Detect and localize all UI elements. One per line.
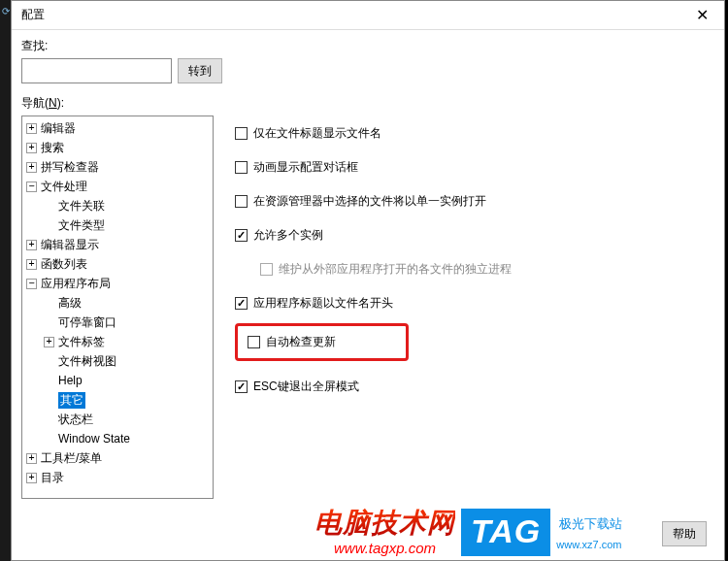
checkbox[interactable] <box>235 195 248 208</box>
option-label: 在资源管理器中选择的文件将以单一实例打开 <box>253 193 486 210</box>
option-label: 仅在文件标题显示文件名 <box>253 125 381 142</box>
option-row: 动画显示配置对话框 <box>235 159 705 176</box>
nav-tree[interactable]: +编辑器+搜索+拼写检查器−文件处理文件关联文件类型+编辑器显示+函数列表−应用… <box>21 116 214 499</box>
tree-item[interactable]: +拼写检查器 <box>22 157 213 177</box>
close-icon[interactable]: ✕ <box>687 6 716 24</box>
checkbox[interactable] <box>235 380 248 393</box>
tree-item[interactable]: +目录 <box>22 468 213 487</box>
tree-item[interactable]: 其它 <box>22 390 213 410</box>
collapse-icon[interactable]: − <box>26 279 37 289</box>
expand-icon[interactable]: + <box>26 123 37 134</box>
expand-icon[interactable]: + <box>26 143 37 153</box>
expand-icon[interactable]: + <box>26 453 37 464</box>
checkbox[interactable] <box>235 127 248 140</box>
checkbox[interactable] <box>235 229 248 242</box>
main-area: +编辑器+搜索+拼写检查器−文件处理文件关联文件类型+编辑器显示+函数列表−应用… <box>21 116 714 550</box>
tree-item-label: 函数列表 <box>41 256 87 273</box>
help-button[interactable]: 帮助 <box>662 521 707 546</box>
config-dialog: 配置 ✕ 查找: 转到 导航(N): +编辑器+搜索+拼写检查器−文件处理文件关… <box>11 0 725 561</box>
tree-item-label: Help <box>58 374 83 387</box>
tree-item[interactable]: +编辑器显示 <box>22 235 213 254</box>
goto-button[interactable]: 转到 <box>178 58 222 83</box>
tree-item[interactable]: 文件类型 <box>22 215 213 235</box>
tree-item[interactable]: +函数列表 <box>22 254 213 274</box>
tree-item[interactable]: +搜索 <box>22 138 213 157</box>
tree-item[interactable]: +工具栏/菜单 <box>22 448 213 468</box>
tree-item[interactable]: 高级 <box>22 293 213 313</box>
collapse-icon[interactable]: − <box>26 182 37 192</box>
option-label: 维护从外部应用程序打开的各文件的独立进程 <box>279 261 512 278</box>
expand-icon[interactable]: + <box>44 337 54 347</box>
checkbox[interactable] <box>235 161 248 174</box>
checkbox[interactable] <box>235 297 248 310</box>
tree-item-label: 编辑器显示 <box>41 237 99 253</box>
tree-item-label: 其它 <box>58 392 85 409</box>
watermark-text: 电脑技术网 www.tagxp.com <box>314 505 455 556</box>
options-panel: 仅在文件标题显示文件名动画显示配置对话框在资源管理器中选择的文件将以单一实例打开… <box>231 116 714 550</box>
expand-icon[interactable]: + <box>26 240 37 250</box>
tree-item[interactable]: 文件关联 <box>22 196 213 215</box>
option-label: 自动检查更新 <box>266 334 336 350</box>
option-label: 允许多个实例 <box>253 227 323 244</box>
tree-item[interactable]: −文件处理 <box>22 177 213 196</box>
titlebar: 配置 ✕ <box>12 1 724 30</box>
search-row: 转到 <box>21 58 714 83</box>
option-row: 在资源管理器中选择的文件将以单一实例打开 <box>235 193 705 210</box>
tree-item[interactable]: 文件树视图 <box>22 351 213 371</box>
dialog-title: 配置 <box>21 7 45 23</box>
tree-item[interactable]: +编辑器 <box>22 118 213 138</box>
bottom-buttons: 帮助 <box>662 521 707 546</box>
tag-badge: TAG <box>461 509 550 556</box>
tree-item-label: 状态栏 <box>58 412 93 428</box>
app-left-edge: ⟳ <box>0 0 11 561</box>
tree-item[interactable]: Help <box>22 371 213 390</box>
tree-item-label: 目录 <box>41 470 64 486</box>
nav-label: 导航(N): <box>21 95 714 112</box>
option-row: 应用程序标题以文件名开头 <box>235 295 705 312</box>
tree-item-label: 编辑器 <box>41 120 76 137</box>
tree-item[interactable]: −应用程序布局 <box>22 274 213 293</box>
checkbox[interactable] <box>248 336 260 348</box>
expand-icon[interactable]: + <box>26 473 37 483</box>
tree-item-label: 高级 <box>58 295 82 312</box>
tree-item-label: 文件类型 <box>58 217 105 234</box>
search-label-row: 查找: <box>21 38 714 54</box>
tree-item-label: 文件标签 <box>58 334 105 350</box>
tree-item[interactable]: Window State <box>22 429 213 448</box>
tree-item-label: 文件处理 <box>41 179 87 195</box>
highlighted-option: 自动检查更新 <box>235 323 409 361</box>
search-input[interactable] <box>21 58 172 83</box>
option-row: 允许多个实例 <box>235 227 705 244</box>
option-row: ESC键退出全屏模式 <box>235 379 705 395</box>
tree-item-label: 工具栏/菜单 <box>41 450 102 467</box>
checkbox <box>260 263 273 276</box>
tree-item-label: 搜索 <box>41 140 64 156</box>
expand-icon[interactable]: + <box>26 259 37 270</box>
tree-item[interactable]: 状态栏 <box>22 410 213 429</box>
search-label: 查找: <box>21 38 48 54</box>
option-row: 维护从外部应用程序打开的各文件的独立进程 <box>260 261 705 278</box>
option-row: 仅在文件标题显示文件名 <box>235 125 705 142</box>
dialog-body: 查找: 转到 导航(N): +编辑器+搜索+拼写检查器−文件处理文件关联文件类型… <box>12 30 724 560</box>
tree-item-label: 文件树视图 <box>58 353 116 370</box>
tree-item-label: 可停靠窗口 <box>58 314 116 331</box>
tree-item-label: 拼写检查器 <box>41 159 99 176</box>
tree-item-label: 文件关联 <box>58 198 105 214</box>
tree-item[interactable]: +文件标签 <box>22 332 213 351</box>
tree-item-label: 应用程序布局 <box>41 276 111 292</box>
expand-icon[interactable]: + <box>26 162 37 173</box>
tree-item-label: Window State <box>58 432 130 446</box>
option-label: 应用程序标题以文件名开头 <box>253 295 393 312</box>
option-label: 动画显示配置对话框 <box>253 159 358 176</box>
option-label: ESC键退出全屏模式 <box>253 379 359 395</box>
tree-item[interactable]: 可停靠窗口 <box>22 313 213 332</box>
watermark: 电脑技术网 www.tagxp.com TAG 极光下载站 www.xz7.co… <box>314 505 622 556</box>
